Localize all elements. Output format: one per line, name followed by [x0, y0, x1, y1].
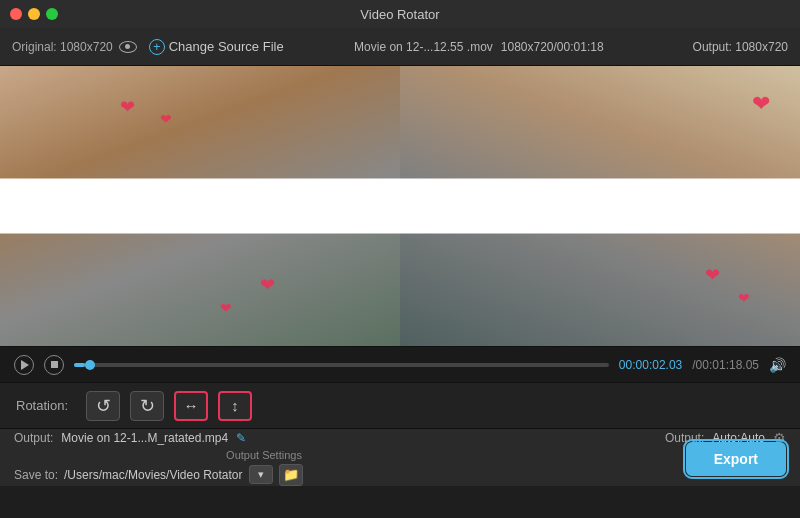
window-title: Video Rotator: [360, 7, 439, 22]
change-source-label: Change Source File: [169, 39, 284, 54]
playback-bar: 00:00:02.03 /00:01:18.05 🔊: [0, 346, 800, 382]
heart-decoration: ❤: [705, 264, 720, 286]
save-to-row: Save to: /Users/mac/Movies/Video Rotator…: [14, 464, 786, 486]
heart-decoration: ❤: [120, 96, 135, 118]
flip-horizontal-button[interactable]: ↔: [174, 391, 208, 421]
add-icon: +: [149, 39, 165, 55]
output-resolution: Output: 1080x720: [693, 40, 788, 54]
edit-filename-icon[interactable]: ✎: [236, 431, 246, 445]
save-to-label: Save to:: [14, 468, 58, 482]
heart-decoration: ❤: [752, 91, 770, 117]
total-time: /00:01:18.05: [692, 358, 759, 372]
rotate-ccw-button[interactable]: ↺: [86, 391, 120, 421]
progress-fill: [74, 363, 85, 367]
heart-decoration: ❤: [738, 290, 750, 306]
current-time: 00:00:02.03: [619, 358, 682, 372]
output-file-value: Movie on 12-1...M_ratated.mp4: [61, 431, 228, 445]
rotation-bar: Rotation: ↺ ↻ ↔ ↕: [0, 382, 800, 428]
rotate-cw-button[interactable]: ↻: [130, 391, 164, 421]
stop-button[interactable]: [44, 355, 64, 375]
volume-icon[interactable]: 🔊: [769, 357, 786, 373]
output-bar: Output: Movie on 12-1...M_ratated.mp4 ✎ …: [0, 428, 800, 486]
stop-icon: [51, 361, 58, 368]
browse-folder-button[interactable]: 📁: [279, 464, 303, 486]
redaction-bar: [0, 179, 800, 234]
folder-icon: 📁: [283, 467, 299, 482]
file-name: Movie on 12-...12.55 .mov: [354, 40, 493, 54]
close-button[interactable]: [10, 8, 22, 20]
video-area: ❤ ❤ ❤ ❤ ❤ ❤ ❤: [0, 66, 800, 346]
window-controls: [10, 8, 58, 20]
maximize-button[interactable]: [46, 8, 58, 20]
change-source-button[interactable]: + Change Source File: [143, 37, 290, 57]
output-file-row: Output: Movie on 12-1...M_ratated.mp4 ✎ …: [14, 430, 786, 446]
file-info: 1080x720/00:01:18: [501, 40, 604, 54]
heart-decoration: ❤: [220, 300, 232, 316]
dropdown-arrow-icon: ▾: [258, 468, 264, 481]
progress-thumb[interactable]: [85, 360, 95, 370]
title-bar: Video Rotator: [0, 0, 800, 28]
flip-vertical-button[interactable]: ↕: [218, 391, 252, 421]
heart-decoration: ❤: [160, 111, 172, 127]
heart-decoration: ❤: [260, 274, 275, 296]
minimize-button[interactable]: [28, 8, 40, 20]
toolbar-right: Output: 1080x720: [668, 40, 788, 54]
toolbar: Original: 1080x720 + Change Source File …: [0, 28, 800, 66]
save-to-path: /Users/mac/Movies/Video Rotator: [64, 468, 243, 482]
output-file-label: Output:: [14, 431, 53, 445]
export-button[interactable]: Export: [686, 442, 786, 476]
path-dropdown-button[interactable]: ▾: [249, 465, 273, 484]
preview-eye-icon[interactable]: [119, 41, 137, 53]
toolbar-center: Movie on 12-...12.55 .mov 1080x720/00:01…: [302, 40, 656, 54]
output-settings-text: Output Settings: [94, 449, 434, 461]
rotation-label: Rotation:: [16, 398, 76, 413]
play-button[interactable]: [14, 355, 34, 375]
play-icon: [21, 360, 29, 370]
progress-bar[interactable]: [74, 363, 609, 367]
toolbar-left: Original: 1080x720 + Change Source File: [12, 37, 290, 57]
original-resolution: Original: 1080x720: [12, 40, 113, 54]
